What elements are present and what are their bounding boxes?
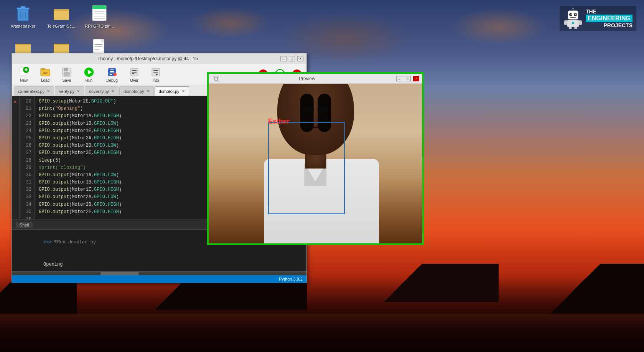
into-label: Into	[153, 78, 159, 83]
tab-cameratest-close[interactable]: ✕	[47, 89, 50, 93]
into-icon	[150, 67, 161, 78]
svg-point-54	[114, 73, 117, 76]
svg-rect-29	[570, 17, 576, 18]
svg-rect-33	[569, 27, 572, 29]
svg-rect-31	[564, 20, 567, 25]
wastebasket-label: Wastebasket	[11, 24, 35, 28]
tab-verify-close[interactable]: ✕	[77, 89, 80, 93]
over-label: Over	[130, 78, 138, 83]
telegram-folder-icon	[52, 4, 71, 22]
water-reflection	[0, 314, 644, 352]
rpi-gpio-label: RPI GPIO pin...	[85, 24, 114, 28]
run-button[interactable]: Run	[78, 65, 100, 84]
thonny-title-bar: Thonny - /home/pi/Desktop/dcmotor.py @ 4…	[12, 53, 306, 64]
preview-small-btn[interactable]	[213, 76, 219, 81]
new-button[interactable]: New	[14, 65, 34, 84]
thonny-title: Thonny - /home/pi/Desktop/dcmotor.py @ 4…	[15, 56, 280, 61]
tab-cameratest[interactable]: cameratest.py ✕	[14, 86, 54, 96]
svg-rect-46	[64, 72, 70, 76]
face-detection-box	[268, 122, 345, 214]
svg-rect-9	[92, 5, 106, 9]
into-button[interactable]: Into	[146, 65, 166, 84]
preview-title-bar: Preview _ □ ✕	[209, 74, 422, 84]
save-icon	[61, 67, 72, 78]
horizontal-scrollbar[interactable]	[12, 271, 306, 275]
engineering-projects-logo: THE ENGINEERING PROJECTS	[560, 6, 636, 31]
preview-minimize[interactable]: _	[396, 76, 402, 81]
telegram-label: TeleGram-Sc...	[47, 24, 75, 28]
save-label: Save	[63, 78, 71, 83]
svg-point-28	[575, 14, 576, 15]
preview-left-controls	[212, 76, 219, 81]
desktop-icon-telegram[interactable]: TeleGram-Sc...	[46, 4, 77, 28]
svg-point-24	[572, 8, 574, 9]
camera-feed: Esther	[209, 84, 422, 243]
load-icon	[40, 67, 51, 78]
svg-point-35	[572, 22, 574, 24]
over-icon	[129, 67, 140, 78]
svg-rect-2	[21, 6, 25, 8]
logo-projects: PROJECTS	[586, 22, 632, 28]
window-controls: _ □ ✕	[280, 56, 303, 61]
load-label: Load	[41, 78, 49, 83]
h-scroll-thumb[interactable]	[100, 272, 139, 275]
preview-close[interactable]: ✕	[413, 76, 419, 81]
tab-verify[interactable]: verify.py ✕	[55, 86, 84, 96]
minimize-button[interactable]: _	[280, 56, 287, 61]
tab-dcverify[interactable]: dcverify.py ✕	[85, 86, 119, 96]
svg-rect-15	[15, 44, 31, 45]
run-icon	[84, 67, 94, 78]
svg-rect-17	[54, 44, 69, 45]
robot-icon	[563, 8, 583, 29]
left-eye	[302, 106, 314, 113]
svg-rect-7	[54, 9, 69, 11]
desktop-icon-wastebasket[interactable]: Wastebasket	[8, 4, 38, 28]
code-gutter: ▶	[12, 96, 20, 220]
svg-rect-34	[574, 27, 577, 29]
svg-rect-40	[41, 69, 50, 76]
shell-tab-label[interactable]: Shell	[16, 222, 33, 228]
svg-rect-70	[214, 77, 217, 80]
logo-the: THE	[586, 8, 632, 15]
logo-engineering: ENGINEERING	[586, 15, 632, 22]
maximize-button[interactable]: □	[289, 56, 295, 61]
tab-dcmotor1[interactable]: dcmotor.py ✕	[119, 86, 154, 96]
svg-rect-45	[64, 68, 68, 71]
python-version: Python 3.9.2	[279, 277, 303, 281]
wastebasket-icon	[14, 4, 32, 22]
svg-point-27	[570, 14, 572, 15]
tab-dcmotor2-close[interactable]: ✕	[182, 89, 185, 93]
new-label: New	[20, 78, 28, 83]
rpi-gpio-icon	[90, 4, 109, 22]
close-button[interactable]: ✕	[297, 56, 303, 61]
save-button[interactable]: Save	[57, 65, 77, 84]
right-eye	[317, 106, 329, 113]
new-icon	[18, 67, 29, 78]
run-label: Run	[86, 78, 92, 83]
preview-title: Preview	[219, 76, 395, 81]
tab-dcmotor1-close[interactable]: ✕	[147, 89, 150, 93]
tab-dcverify-close[interactable]: ✕	[111, 89, 114, 93]
debug-label: Debug	[106, 78, 117, 83]
desktop-icons-row1: Wastebasket TeleGram-Sc... RPI GPIO pin.…	[8, 4, 119, 28]
debug-icon	[107, 67, 117, 78]
svg-rect-41	[41, 68, 45, 70]
over-button[interactable]: Over	[124, 65, 144, 84]
tab-dcmotor2[interactable]: dcmotor.py ✕	[155, 86, 189, 96]
debug-button[interactable]: Debug	[101, 65, 123, 84]
logo-text: THE ENGINEERING PROJECTS	[586, 8, 632, 28]
shell-line-2: Opening	[16, 254, 303, 271]
preview-maximize[interactable]: □	[405, 76, 411, 81]
line-numbers: 2021222324252627282930313233343536373839…	[20, 96, 35, 220]
svg-rect-32	[579, 20, 582, 25]
person-name-label: Esther	[268, 117, 290, 126]
load-button[interactable]: Load	[35, 65, 55, 84]
preview-window: Preview _ □ ✕	[207, 72, 424, 245]
svg-rect-6	[54, 9, 69, 20]
preview-right-controls: _ □ ✕	[395, 76, 419, 81]
desktop-icon-rpi-gpio[interactable]: RPI GPIO pin...	[84, 4, 115, 28]
status-bar: Python 3.9.2	[12, 275, 306, 283]
